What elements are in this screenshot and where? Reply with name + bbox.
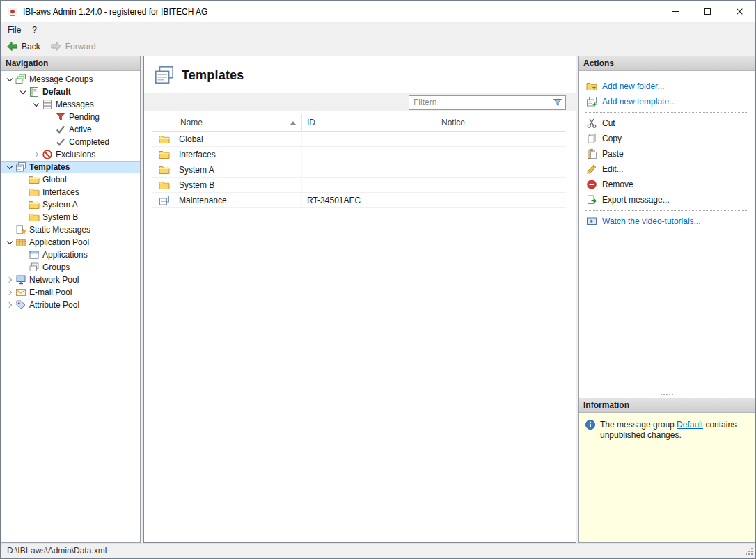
navigation-header: Navigation	[1, 56, 140, 71]
table-row-interfaces[interactable]: Interfaces	[152, 147, 566, 162]
folder-icon	[29, 187, 40, 198]
back-button[interactable]: Back	[3, 38, 45, 54]
action-watch-the-video-tutorials[interactable]: Watch the video-tutorials...	[579, 214, 755, 229]
email-pool-icon	[15, 287, 26, 298]
filter-funnel-icon[interactable]	[552, 97, 563, 108]
tree-item-label: Default	[42, 87, 75, 97]
action-remove[interactable]: Remove	[579, 177, 755, 192]
forward-button[interactable]: Forward	[47, 38, 101, 54]
tree-expander-icon[interactable]	[4, 161, 15, 173]
action-export-message[interactable]: Export message...	[579, 192, 755, 207]
minimize-button[interactable]	[659, 1, 691, 22]
action-add-new-folder[interactable]: Add new folder...	[579, 79, 755, 94]
menu-help[interactable]: ?	[26, 23, 42, 37]
default-group-link[interactable]: Default	[677, 420, 703, 430]
tree-expander-icon[interactable]	[4, 299, 15, 311]
folder-icon	[159, 149, 170, 160]
statusbar: D:\IBI-aws\Admin\Data.xml	[1, 543, 755, 558]
expander-spacer	[17, 261, 29, 274]
cell-notice	[436, 147, 566, 162]
cell-name: System A	[176, 162, 302, 177]
action-label: Export message...	[602, 195, 670, 205]
tree-item-attribute-pool[interactable]: Attribute Pool	[1, 299, 140, 311]
row-icon-cell	[152, 178, 176, 192]
maximize-button[interactable]	[691, 1, 723, 22]
action-label: Remove	[602, 180, 633, 189]
page-title-row: Templates	[144, 56, 576, 93]
tree-item-messages[interactable]: Messages	[1, 98, 140, 111]
tree-item-label: Application Pool	[29, 237, 93, 247]
tree-item-system-a[interactable]: System A	[1, 198, 140, 211]
menu-file[interactable]: File	[2, 23, 26, 37]
table-row-system-a[interactable]: System A	[152, 162, 566, 178]
tree-item-templates[interactable]: Templates	[1, 161, 140, 173]
resize-grip-icon[interactable]	[744, 546, 753, 555]
toolbar: Back Forward	[1, 37, 755, 56]
paste-icon	[586, 148, 597, 159]
tree-item-system-b[interactable]: System B	[1, 211, 140, 223]
tree-item-label: System A	[42, 200, 82, 210]
table-row-system-b[interactable]: System B	[152, 178, 566, 193]
table-row-maintenance[interactable]: MaintenanceRT-34501AEC	[152, 193, 566, 208]
filter-box	[409, 95, 566, 110]
tree-item-network-pool[interactable]: Network Pool	[1, 274, 140, 286]
action-label: Add new template...	[602, 97, 676, 107]
column-header-notice[interactable]: Notice	[436, 114, 566, 131]
close-button[interactable]	[723, 1, 755, 22]
messages-icon	[42, 99, 53, 110]
tree-item-application-pool[interactable]: Application Pool	[1, 236, 140, 249]
completed-icon	[55, 136, 66, 148]
table-row-global[interactable]: Global	[152, 132, 566, 147]
tree-expander-icon[interactable]	[4, 236, 15, 249]
action-copy[interactable]: Copy	[579, 131, 755, 146]
cell-notice	[436, 193, 566, 207]
titlebar: IBI-aws Admin 1.24.0 - registered for IB…	[1, 1, 755, 22]
panel-splitter-grip[interactable]	[579, 391, 755, 398]
export-icon	[586, 194, 597, 205]
tree-item-message-groups[interactable]: Message Groups	[1, 73, 140, 86]
remove-icon	[586, 179, 597, 190]
tree-item-label: Exclusions	[56, 150, 100, 159]
column-label-id: ID	[307, 118, 315, 127]
tree-item-groups[interactable]: Groups	[1, 261, 140, 274]
tree-expander-icon[interactable]	[4, 274, 15, 286]
folder-icon	[159, 134, 170, 145]
tree-item-global[interactable]: Global	[1, 173, 140, 186]
cell-name: System B	[176, 178, 302, 192]
tree-item-label: Completed	[69, 137, 113, 147]
tree-item-static-messages[interactable]: Static Messages	[1, 223, 140, 236]
actions-list: Add new folder...Add new template...CutC…	[579, 71, 755, 391]
tree-expander-icon[interactable]	[31, 98, 42, 111]
tree-item-pending[interactable]: Pending	[1, 111, 140, 123]
row-icon-cell	[152, 147, 176, 162]
action-add-new-template[interactable]: Add new template...	[579, 94, 755, 109]
action-paste[interactable]: Paste	[579, 146, 755, 162]
add-folder-icon	[586, 81, 597, 92]
actions-header: Actions	[579, 56, 755, 71]
tree-item-interfaces[interactable]: Interfaces	[1, 186, 140, 198]
attribute-pool-icon	[15, 299, 26, 310]
tree-item-completed[interactable]: Completed	[1, 136, 140, 148]
column-header-id[interactable]: ID	[302, 114, 436, 131]
tree-expander-icon[interactable]	[4, 73, 15, 86]
tree-expander-icon[interactable]	[17, 86, 29, 98]
tree-expander-icon[interactable]	[4, 286, 15, 299]
info-text-before: The message group	[600, 420, 677, 430]
tree-item-exclusions[interactable]: Exclusions	[1, 148, 140, 161]
cell-notice	[436, 162, 566, 177]
filter-input[interactable]	[411, 97, 552, 107]
column-label-notice: Notice	[441, 118, 465, 127]
action-cut[interactable]: Cut	[579, 116, 755, 131]
tree-item-e-mail-pool[interactable]: E-mail Pool	[1, 286, 140, 299]
column-header-name[interactable]: Name	[152, 114, 302, 131]
app-logo-icon	[7, 6, 18, 17]
tree-item-active[interactable]: Active	[1, 123, 140, 136]
tree-item-default[interactable]: Default	[1, 86, 140, 98]
tree-expander-icon[interactable]	[31, 148, 42, 161]
copy-icon	[586, 133, 597, 144]
action-edit[interactable]: Edit...	[579, 162, 755, 177]
cell-name: Maintenance	[176, 193, 302, 207]
exclusions-icon	[42, 149, 53, 160]
tree-item-applications[interactable]: Applications	[1, 249, 140, 261]
add-template-icon	[586, 96, 597, 107]
